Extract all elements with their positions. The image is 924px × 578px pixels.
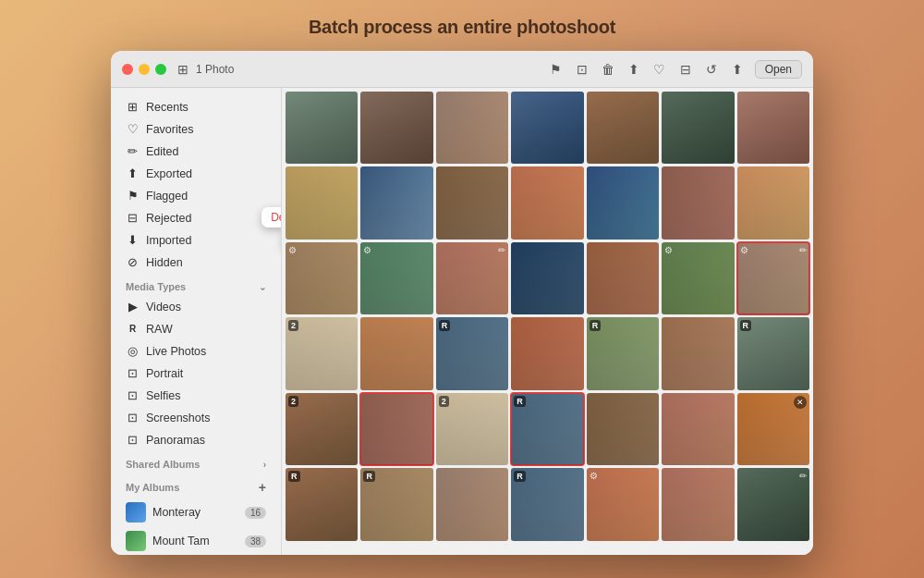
close-button[interactable] [122,64,133,75]
heart-icon[interactable]: ♡ [651,61,668,78]
flagged-icon: ⚑ [126,189,140,203]
recents-label: Recents [146,101,188,114]
photo-cell[interactable] [737,166,809,239]
photo-cell[interactable]: R [286,468,358,540]
photo-cell[interactable]: ⚙✏ [737,242,809,314]
photo-badge: 2 [288,396,298,407]
photo-cell[interactable] [662,317,734,389]
photo-count: 1 Photo [196,63,234,76]
photo-cell[interactable]: 2 [436,393,508,465]
photo-badge: R [590,320,602,331]
photo-cell[interactable]: ⚙ [662,242,734,314]
sidebar-item-screenshots[interactable]: ⊡ Screenshots [115,407,277,428]
open-button[interactable]: Open [755,60,802,79]
photo-cell[interactable]: 2 [286,317,358,389]
sidebar-item-favorites[interactable]: ♡ Favorites [115,118,277,140]
rejected-icon: ⊟ [126,211,140,225]
sidebar-item-edited[interactable]: ✏ Edited [115,141,277,162]
album-icon[interactable]: ⊟ [677,61,694,78]
titlebar: ⊞ 1 Photo ⚑ ⊡ 🗑 ⬆ ♡ ⊟ ↺ ⬆ Open [111,51,813,88]
page-title: Batch process an entire photoshoot [309,17,615,38]
photo-cell[interactable]: 2 [286,393,358,465]
photo-cell[interactable] [662,393,734,465]
photo-cell[interactable] [587,166,659,239]
photo-cell[interactable]: ⚙ [587,468,659,540]
main-area: ⊞ Recents ♡ Favorites ✏ Edited ⬆ Exporte… [111,88,813,555]
photo-cell[interactable] [436,92,508,164]
photo-cell[interactable]: R [511,393,583,465]
photo-icon: ⊞ [177,62,188,77]
flag-icon[interactable]: ⚑ [548,61,565,78]
photo-cell[interactable] [360,166,432,239]
photo-cell[interactable]: ✏ [737,468,809,540]
photo-cell[interactable] [587,242,659,314]
minimize-button[interactable] [139,64,150,75]
close-icon[interactable]: ✕ [794,396,807,409]
photo-cell[interactable]: ✏ [436,242,508,314]
photo-cell[interactable]: R [587,317,659,389]
photo-cell[interactable] [587,393,659,465]
maximize-button[interactable] [155,64,166,75]
photo-cell[interactable] [511,166,583,239]
add-album-button[interactable]: + [259,480,266,495]
settings-icon: ⚙ [590,471,598,481]
photo-cell[interactable] [511,317,583,389]
sidebar-item-monteray[interactable]: Monteray 16 [115,498,277,526]
photo-cell[interactable] [286,166,358,239]
photo-cell[interactable] [360,393,432,465]
sidebar-item-recents[interactable]: ⊞ Recents [115,96,277,117]
hidden-icon: ⊘ [126,255,140,269]
share-icon[interactable]: ⬆ [626,61,642,78]
photo-cell[interactable]: ⚙ [360,242,432,314]
favorites-label: Favorites [146,123,193,136]
monteray-count: 16 [245,507,266,519]
photo-cell[interactable] [737,92,809,164]
sidebar-item-selfies[interactable]: ⊡ Selfies [115,385,277,406]
crop-icon[interactable]: ⊡ [574,61,590,78]
photo-cell[interactable] [286,92,358,164]
rotate-icon[interactable]: ↺ [703,61,720,78]
photo-cell[interactable] [662,166,734,239]
sidebar-item-videos[interactable]: ▶ Videos [115,296,277,317]
sidebar-item-live-photos[interactable]: ◎ Live Photos [115,340,277,362]
delete-popup: Delete 1 [261,207,282,228]
sidebar-item-raw[interactable]: R RAW [115,318,277,339]
media-types-chevron[interactable]: ⌄ [259,282,266,292]
selfies-icon: ⊡ [126,388,140,402]
sidebar-item-rejected[interactable]: ⊟ Rejected Delete 1 [115,207,277,228]
photo-cell[interactable] [511,92,583,164]
screenshots-icon: ⊡ [126,411,140,424]
videos-label: Videos [146,301,181,314]
photo-badge: R [740,320,752,331]
photo-cell[interactable]: ✕ [737,393,809,465]
photo-cell[interactable]: R [511,468,583,540]
photo-cell[interactable] [662,92,734,164]
traffic-lights [122,64,166,75]
panoramas-icon: ⊡ [126,433,140,447]
raw-label: RAW [146,323,173,336]
photo-cell[interactable] [360,92,432,164]
delete-icon[interactable]: 🗑 [600,61,616,78]
shared-albums-chevron[interactable]: › [263,460,266,470]
sidebar-item-hidden[interactable]: ⊘ Hidden [115,252,277,273]
sidebar-item-flagged[interactable]: ⚑ Flagged [115,185,277,206]
sidebar-item-exported[interactable]: ⬆ Exported [115,163,277,184]
photo-cell[interactable] [436,468,508,540]
export-icon[interactable]: ⬆ [729,61,746,78]
photo-cell[interactable]: R [737,317,809,389]
settings-icon: ⚙ [740,245,748,255]
photo-cell[interactable] [436,166,508,239]
photo-cell[interactable] [587,92,659,164]
monteray-thumb [126,502,146,523]
photo-cell[interactable]: R [360,468,432,540]
my-albums-title: My Albums [126,482,179,493]
photo-cell[interactable] [360,317,432,389]
photo-cell[interactable]: R [436,317,508,389]
photo-cell[interactable]: ⚙ [286,242,358,314]
photo-cell[interactable] [511,242,583,314]
photo-cell[interactable] [662,468,734,540]
sidebar-item-portrait[interactable]: ⊡ Portrait [115,363,277,384]
sidebar-item-mounttam[interactable]: Mount Tam 38 [115,527,277,555]
sidebar-item-imported[interactable]: ⬇ Imported Import... [115,229,277,251]
sidebar-item-panoramas[interactable]: ⊡ Panoramas [115,429,277,450]
